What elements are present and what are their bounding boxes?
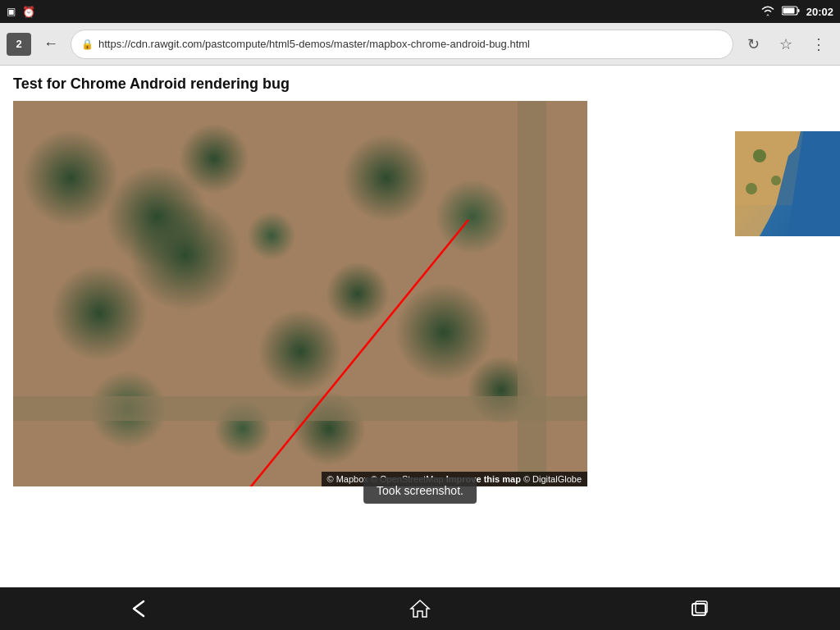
- map-thumbnail: [735, 131, 840, 236]
- browser-actions: ↻ ☆ ⋮: [738, 30, 833, 59]
- reload-button[interactable]: ↻: [738, 30, 768, 59]
- svg-rect-10: [692, 604, 705, 615]
- secure-icon: 🔒: [81, 39, 94, 50]
- time-display: 20:02: [806, 6, 833, 18]
- svg-rect-2: [783, 8, 794, 14]
- sim-icon: ▣: [7, 6, 16, 17]
- url-text: https://cdn.rawgit.com/pastcompute/html5…: [98, 38, 723, 50]
- alarm-icon: ⏰: [22, 6, 35, 18]
- back-nav-button[interactable]: [116, 592, 165, 625]
- bottom-nav: [0, 587, 840, 630]
- map-canvas: © Mapbox © OpenStreetMap Improve this ma…: [13, 101, 587, 486]
- page-title: Test for Chrome Android rendering bug: [13, 75, 827, 93]
- address-bar[interactable]: 🔒 https://cdn.rawgit.com/pastcompute/htm…: [71, 30, 733, 59]
- screenshot-tooltip: Took screenshot.: [363, 477, 477, 504]
- tab-count-badge[interactable]: 2: [7, 33, 31, 56]
- map-container[interactable]: © Mapbox © OpenStreetMap Improve this ma…: [13, 101, 587, 486]
- map-background: [13, 101, 587, 486]
- attribution-end: © DigitalGlobe: [521, 474, 582, 484]
- home-nav-button[interactable]: [395, 592, 445, 625]
- wifi-icon: [760, 5, 775, 19]
- browser-chrome: 2 ← 🔒 https://cdn.rawgit.com/pastcompute…: [0, 23, 840, 66]
- thumbnail-image: [735, 131, 840, 236]
- main-content: Test for Chrome Android rendering bug © …: [0, 66, 840, 587]
- back-button[interactable]: ←: [36, 30, 66, 59]
- status-left: ▣ ⏰: [7, 6, 35, 18]
- status-bar: ▣ ⏰ 20:02: [0, 0, 840, 23]
- bookmark-button[interactable]: ☆: [771, 30, 801, 59]
- svg-point-9: [746, 183, 757, 194]
- svg-point-7: [753, 149, 766, 162]
- battery-icon: [782, 5, 800, 18]
- menu-button[interactable]: ⋮: [804, 30, 833, 59]
- svg-point-8: [771, 176, 781, 185]
- svg-rect-1: [797, 9, 799, 12]
- status-right: 20:02: [760, 5, 833, 19]
- recents-nav-button[interactable]: [675, 592, 724, 625]
- road-horizontal: [13, 396, 587, 421]
- road-vertical: [518, 101, 546, 486]
- tooltip-text: Took screenshot.: [377, 484, 463, 497]
